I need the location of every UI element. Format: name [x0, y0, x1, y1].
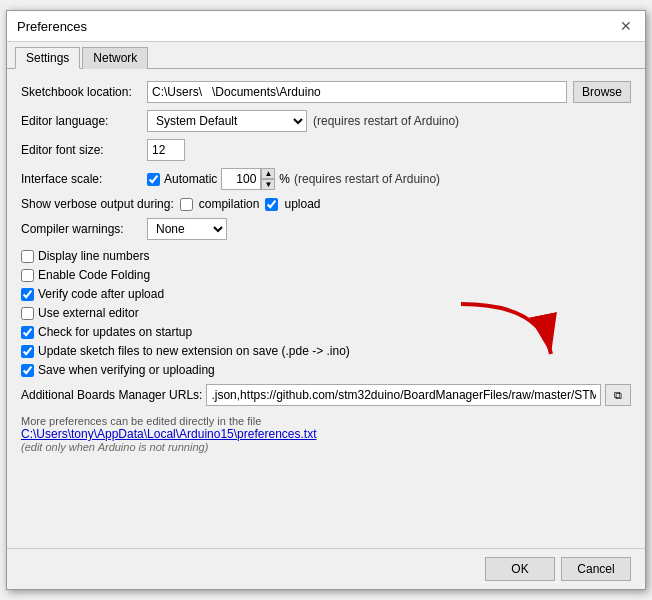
scale-value-input[interactable]	[221, 168, 261, 190]
url-section: Additional Boards Manager URLs: ⧉	[21, 384, 631, 406]
browse-button[interactable]: Browse	[573, 81, 631, 103]
upload-checkbox[interactable]	[265, 198, 278, 211]
check-updates-checkbox[interactable]	[21, 326, 34, 339]
scale-unit: %	[279, 172, 290, 186]
cancel-button[interactable]: Cancel	[561, 557, 631, 581]
compiler-warnings-select[interactable]: None	[147, 218, 227, 240]
verify-code-label: Verify code after upload	[38, 287, 164, 301]
upload-label: upload	[284, 197, 320, 211]
checkbox-check-updates: Check for updates on startup	[21, 325, 631, 339]
compiler-warnings-row: Compiler warnings: None	[21, 218, 631, 240]
compiler-warnings-label: Compiler warnings:	[21, 222, 141, 236]
enable-code-folding-checkbox[interactable]	[21, 269, 34, 282]
save-verifying-checkbox[interactable]	[21, 364, 34, 377]
check-updates-label: Check for updates on startup	[38, 325, 192, 339]
checkbox-update-sketch: Update sketch files to new extension on …	[21, 344, 631, 358]
external-editor-label: Use external editor	[38, 306, 139, 320]
compilation-checkbox[interactable]	[180, 198, 193, 211]
prefs-file-link[interactable]: C:\Users\tony\AppData\Local\Arduino15\pr…	[21, 427, 317, 441]
preferences-dialog: Preferences ✕ Settings Network Sketchboo…	[6, 10, 646, 590]
automatic-label: Automatic	[164, 172, 217, 186]
tab-settings[interactable]: Settings	[15, 47, 80, 69]
checkbox-verify-code: Verify code after upload	[21, 287, 631, 301]
more-prefs-section: More preferences can be edited directly …	[21, 413, 631, 453]
scale-up-button[interactable]: ▲	[261, 168, 275, 179]
settings-content: Sketchbook location: Browse Editor langu…	[7, 69, 645, 548]
language-note: (requires restart of Arduino)	[313, 114, 459, 128]
more-prefs-note: More preferences can be edited directly …	[21, 415, 631, 427]
scale-spinners: ▲ ▼	[261, 168, 275, 190]
verbose-row: Show verbose output during: compilation …	[21, 197, 631, 211]
edit-note: (edit only when Arduino is not running)	[21, 441, 631, 453]
interface-scale-label: Interface scale:	[21, 172, 141, 186]
update-sketch-checkbox[interactable]	[21, 345, 34, 358]
font-size-input[interactable]	[147, 139, 185, 161]
font-size-row: Editor font size:	[21, 139, 631, 161]
verbose-label: Show verbose output during:	[21, 197, 174, 211]
url-row: Additional Boards Manager URLs: ⧉	[21, 384, 631, 406]
automatic-checkbox[interactable]	[147, 173, 160, 186]
interface-scale-row: Interface scale: Automatic ▲ ▼ % (requir…	[21, 168, 631, 190]
close-button[interactable]: ✕	[617, 17, 635, 35]
sketchbook-input[interactable]	[147, 81, 567, 103]
checkbox-enable-code-folding: Enable Code Folding	[21, 268, 631, 282]
ok-button[interactable]: OK	[485, 557, 555, 581]
editor-language-label: Editor language:	[21, 114, 141, 128]
checkbox-display-line-numbers: Display line numbers	[21, 249, 631, 263]
checkbox-save-verifying: Save when verifying or uploading	[21, 363, 631, 377]
scale-note: (requires restart of Arduino)	[294, 172, 440, 186]
display-line-numbers-checkbox[interactable]	[21, 250, 34, 263]
editor-language-select[interactable]: System Default	[147, 110, 307, 132]
save-verifying-label: Save when verifying or uploading	[38, 363, 215, 377]
tabs-bar: Settings Network	[7, 42, 645, 69]
scale-container: Automatic ▲ ▼ % (requires restart of Ard…	[147, 168, 440, 190]
dialog-title: Preferences	[17, 19, 87, 34]
external-editor-checkbox[interactable]	[21, 307, 34, 320]
additional-urls-input[interactable]	[206, 384, 601, 406]
sketchbook-label: Sketchbook location:	[21, 85, 141, 99]
editor-language-row: Editor language: System Default (require…	[21, 110, 631, 132]
compilation-label: compilation	[199, 197, 260, 211]
footer: OK Cancel	[7, 548, 645, 589]
sketchbook-row: Sketchbook location: Browse	[21, 81, 631, 103]
title-bar: Preferences ✕	[7, 11, 645, 42]
scale-down-button[interactable]: ▼	[261, 179, 275, 190]
checkbox-external-editor: Use external editor	[21, 306, 631, 320]
url-open-button[interactable]: ⧉	[605, 384, 631, 406]
verify-code-checkbox[interactable]	[21, 288, 34, 301]
tab-network[interactable]: Network	[82, 47, 148, 69]
additional-urls-label: Additional Boards Manager URLs:	[21, 388, 202, 402]
enable-code-folding-label: Enable Code Folding	[38, 268, 150, 282]
checkboxes-section: Display line numbers Enable Code Folding…	[21, 249, 631, 377]
display-line-numbers-label: Display line numbers	[38, 249, 149, 263]
update-sketch-label: Update sketch files to new extension on …	[38, 344, 350, 358]
font-size-label: Editor font size:	[21, 143, 141, 157]
